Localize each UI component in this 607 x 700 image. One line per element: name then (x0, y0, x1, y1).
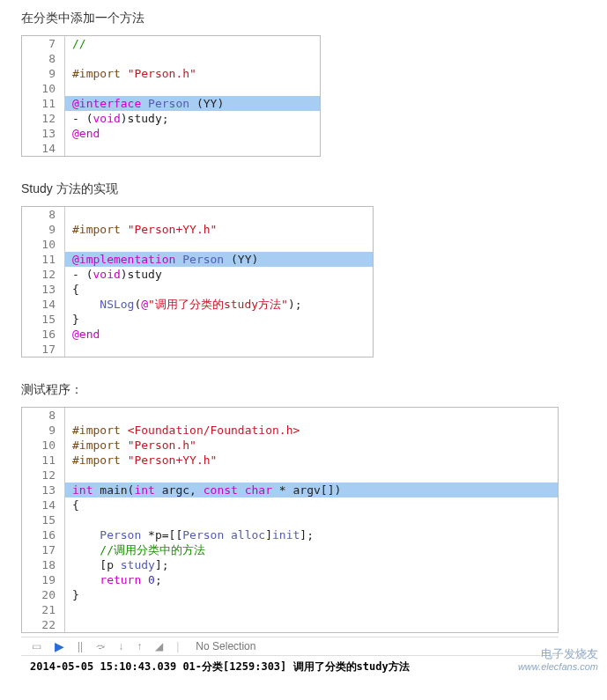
line-number: 21 (22, 602, 64, 617)
line-number: 8 (22, 207, 64, 222)
code-line: 10 (22, 81, 320, 96)
line-number: 18 (22, 557, 64, 572)
line-number: 10 (22, 438, 64, 453)
code-content: #import "Person.h" (65, 66, 196, 81)
code-content (65, 51, 72, 66)
code-content (65, 81, 72, 96)
code-content: #import <Foundation/Foundation.h> (65, 423, 300, 438)
watermark: 电子发烧友 www.elecfans.com (518, 647, 598, 673)
line-number: 14 (22, 497, 64, 512)
code-content (65, 512, 72, 527)
code-content: @implementation Person (YY) (65, 252, 258, 267)
code-line: 17 (22, 342, 373, 357)
code-line: 8 (22, 207, 373, 222)
line-number: 7 (22, 36, 64, 51)
code-content (65, 207, 72, 222)
step-into-icon[interactable]: ↓ (118, 640, 123, 652)
code-line: 9#import "Person+YY.h" (22, 222, 373, 237)
line-number: 9 (22, 423, 64, 438)
code-content (65, 408, 72, 423)
code-content: } (65, 587, 79, 602)
code-block-2: 89#import "Person+YY.h"1011@implementati… (21, 206, 374, 357)
console-output: 2014-05-05 15:10:43.039 01-分类[1259:303] … (21, 656, 559, 678)
line-number: 13 (22, 483, 64, 497)
toggle-breakpoints-icon[interactable]: ▭ (32, 640, 41, 652)
line-number: 22 (22, 617, 64, 632)
line-number: 9 (22, 222, 64, 237)
code-content: return 0; (65, 572, 162, 587)
line-number: 15 (22, 312, 64, 327)
watermark-url: www.elecfans.com (518, 661, 598, 673)
line-number: 11 (22, 453, 64, 468)
line-number: 10 (22, 81, 64, 96)
code-content: NSLog(@"调用了分类的study方法"); (65, 297, 302, 312)
code-line: 11@implementation Person (YY) (22, 252, 373, 267)
watermark-title: 电子发烧友 (518, 647, 598, 661)
line-number: 15 (22, 512, 64, 527)
code-block-1: 7//89#import "Person.h"1011@interface Pe… (21, 35, 321, 157)
code-line: 12 (22, 468, 558, 483)
code-line: 21 (22, 602, 558, 617)
line-number: 13 (22, 126, 64, 141)
code-line: 17 //调用分类中的方法 (22, 542, 558, 557)
code-content: // (65, 36, 86, 51)
code-line: 10 (22, 237, 373, 252)
code-line: 15} (22, 312, 373, 327)
code-line: 13@end (22, 126, 320, 141)
section-2-title: Study 方法的实现 (21, 181, 586, 197)
code-content: [p study]; (65, 557, 169, 572)
code-content: @end (65, 126, 100, 141)
section-3-title: 测试程序： (21, 382, 586, 398)
code-content: Person *p=[[Person alloc]init]; (65, 527, 314, 542)
line-number: 12 (22, 468, 64, 483)
step-over-icon[interactable]: ⤼ (96, 640, 105, 652)
code-line: 12- (void)study (22, 267, 373, 282)
code-line: 12- (void)study; (22, 111, 320, 126)
pause-icon[interactable]: || (78, 640, 83, 652)
code-content: { (65, 497, 79, 512)
code-content: - (void)study (65, 267, 162, 282)
code-line: 8 (22, 408, 558, 423)
code-content (65, 237, 72, 252)
code-content (65, 602, 72, 617)
line-number: 20 (22, 587, 64, 602)
code-line: 15 (22, 512, 558, 527)
step-out-icon[interactable]: ↑ (137, 640, 142, 652)
code-content: #import "Person+YY.h" (65, 453, 217, 468)
code-line: 19 return 0; (22, 572, 558, 587)
debug-toolbar: ▭ ▶ || ⤼ ↓ ↑ ◢ | No Selection (21, 637, 559, 656)
code-line: 18 [p study]; (22, 557, 558, 572)
line-number: 16 (22, 327, 64, 342)
code-line: 14{ (22, 497, 558, 512)
code-line: 8 (22, 51, 320, 66)
code-line: 13{ (22, 282, 373, 297)
code-line: 16 Person *p=[[Person alloc]init]; (22, 527, 558, 542)
code-line: 10#import "Person.h" (22, 438, 558, 453)
line-number: 19 (22, 572, 64, 587)
line-number: 14 (22, 141, 64, 156)
continue-icon[interactable]: ▶ (55, 639, 64, 653)
line-number: 8 (22, 51, 64, 66)
code-line: 9#import "Person.h" (22, 66, 320, 81)
no-selection-label: No Selection (196, 640, 255, 652)
code-line: 14 NSLog(@"调用了分类的study方法"); (22, 297, 373, 312)
line-number: 12 (22, 267, 64, 282)
location-icon[interactable]: ◢ (155, 640, 163, 652)
code-content (65, 617, 72, 632)
code-content (65, 141, 72, 156)
line-number: 8 (22, 408, 64, 423)
line-number: 11 (22, 96, 64, 111)
code-content: #import "Person.h" (65, 438, 196, 453)
code-line: 7// (22, 36, 320, 51)
line-number: 13 (22, 282, 64, 297)
code-content (65, 468, 72, 483)
line-number: 10 (22, 237, 64, 252)
code-content: @end (65, 327, 100, 342)
line-number: 14 (22, 297, 64, 312)
line-number: 9 (22, 66, 64, 81)
code-line: 20} (22, 587, 558, 602)
section-1-title: 在分类中添加一个方法 (21, 11, 586, 26)
toolbar-separator: | (176, 640, 179, 652)
code-line: 11@interface Person (YY) (22, 96, 320, 111)
code-line: 14 (22, 141, 320, 156)
